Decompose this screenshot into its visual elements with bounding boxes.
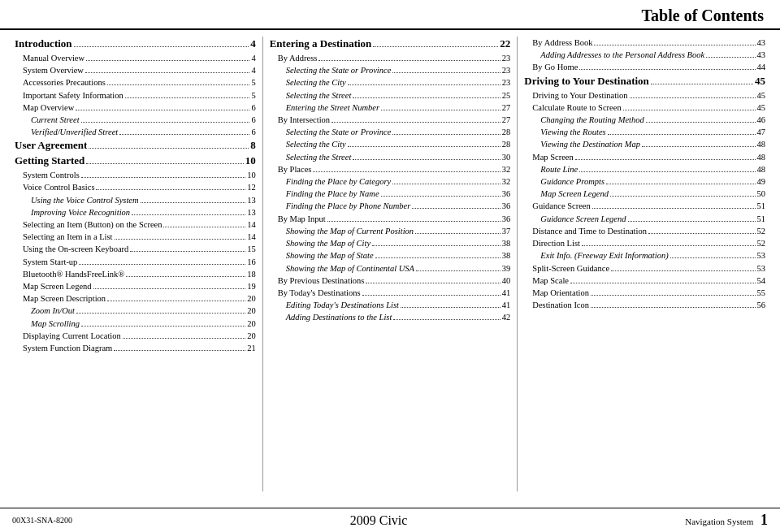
toc-line: Verified/Unverified Street6 <box>15 126 256 138</box>
toc-entry-text: System Overview <box>23 64 84 76</box>
toc-page-num: 43 <box>757 37 766 49</box>
toc-page-num: 28 <box>502 138 511 150</box>
toc-page-num: 43 <box>757 49 766 61</box>
toc-page-num: 47 <box>757 126 766 138</box>
toc-page-num: 48 <box>757 151 766 163</box>
toc-line: Showing the Map of Current Position37 <box>270 225 511 237</box>
toc-line: Map Screen Description20 <box>15 292 256 305</box>
toc-line: Using the On-screen Keyboard15 <box>15 243 256 255</box>
toc-line: Selecting an Item in a List14 <box>15 231 256 243</box>
toc-page-num: 41 <box>502 287 511 299</box>
toc-entry-text: Entering the Street Number <box>286 102 379 114</box>
toc-dots <box>630 91 756 98</box>
toc-entry-text: By Map Input <box>278 213 326 225</box>
toc-page-num: 6 <box>251 102 255 114</box>
toc-page-num: 13 <box>247 194 256 206</box>
toc-dots <box>119 128 249 135</box>
toc-page-num: 48 <box>757 163 766 175</box>
toc-entry-text: Guidance Screen Legend <box>540 213 626 225</box>
toc-entry-text: Distance and Time to Destination <box>532 225 647 237</box>
toc-dots <box>318 54 500 61</box>
toc-entry-text: Bluetooth® HandsFreeLink® <box>23 268 124 280</box>
toc-page-num: 28 <box>502 126 511 138</box>
toc-page-num: 39 <box>502 262 511 275</box>
toc-entry-text: Selecting an Item (Button) on the Screen <box>23 218 162 231</box>
toc-dots <box>591 288 755 296</box>
page-container: Table of Contents Introduction4Manual Ov… <box>0 0 780 532</box>
toc-line: Voice Control Basics12 <box>15 181 256 193</box>
toc-dots <box>706 50 755 58</box>
toc-dots <box>81 319 245 327</box>
toc-entry-text: Map Screen Description <box>23 292 106 305</box>
toc-line: Finding the Place by Name36 <box>270 188 511 200</box>
toc-entry-text: Using the On-screen Keyboard <box>23 243 128 255</box>
toc-dots <box>126 270 245 277</box>
toc-page-num: 53 <box>757 262 766 275</box>
toc-page-num: 48 <box>757 138 766 150</box>
toc-page-num: 20 <box>247 330 256 342</box>
toc-line: Accessories Precautions5 <box>15 76 256 89</box>
toc-page-num: 36 <box>502 200 511 212</box>
toc-dots <box>115 232 246 240</box>
toc-dots <box>415 227 500 234</box>
toc-line: Selecting the State or Province28 <box>270 126 511 138</box>
toc-page-num: 38 <box>502 237 511 249</box>
toc-entry-text: By Places <box>278 163 312 175</box>
toc-line: Guidance Prompts49 <box>524 175 765 188</box>
toc-dots <box>670 251 756 258</box>
toc-line: Distance and Time to Destination52 <box>524 225 765 237</box>
toc-page-num: 44 <box>757 61 766 73</box>
toc-entry-text: Displaying Current Location <box>23 330 121 342</box>
toc-line: Getting Started10 <box>15 154 256 169</box>
toc-entry-text: Viewing the Routes <box>540 126 605 138</box>
toc-page-num: 32 <box>502 163 511 175</box>
toc-dots <box>591 301 755 308</box>
toc-page-num: 5 <box>251 89 255 102</box>
toc-line: Adding Destinations to the List42 <box>270 311 511 323</box>
toc-entry-text: By Go Home <box>532 61 578 73</box>
toc-line: System Start-up16 <box>15 256 256 268</box>
toc-entry-text: Changing the Routing Method <box>540 114 644 126</box>
toc-line: Editing Today's Destinations List41 <box>270 299 511 311</box>
toc-line: Selecting the City23 <box>270 76 511 89</box>
toc-page-num: 20 <box>247 305 256 317</box>
toc-line: Showing the Map of City38 <box>270 237 511 249</box>
toc-dots <box>412 201 500 209</box>
toc-dots <box>96 183 245 190</box>
toc-entry-text: Map Screen Legend <box>23 280 92 292</box>
toc-page-num: 10 <box>245 154 256 169</box>
toc-line: Map Screen48 <box>524 151 765 163</box>
toc-dots <box>592 201 756 209</box>
toc-line: Viewing the Routes47 <box>524 126 765 138</box>
toc-entry-text: By Previous Destinations <box>278 275 365 287</box>
toc-dots <box>381 189 500 197</box>
toc-page-num: 41 <box>502 299 511 311</box>
toc-page-num: 23 <box>502 52 511 64</box>
toc-line: Selecting the Street25 <box>270 89 511 102</box>
toc-page-num: 38 <box>502 249 511 262</box>
toc-page-num: 53 <box>757 249 766 262</box>
toc-line: User Agreement8 <box>15 138 256 154</box>
toc-entry-text: Selecting the Street <box>286 151 352 163</box>
toc-page-num: 21 <box>247 342 256 354</box>
toc-page-num: 36 <box>502 213 511 225</box>
toc-line: Destination Icon56 <box>524 299 765 311</box>
page-title: Table of Contents <box>642 6 764 24</box>
toc-entry-text: Using the Voice Control System <box>31 194 139 206</box>
toc-entry-text: Introduction <box>15 37 72 52</box>
toc-line: Showing the Map of State38 <box>270 249 511 262</box>
toc-dots <box>107 294 245 301</box>
toc-line: Calculate Route to Screen45 <box>524 102 765 114</box>
toc-page-num: 22 <box>500 37 510 52</box>
toc-entry-text: Showing the Map of Continental USA <box>286 262 414 275</box>
toc-page-num: 14 <box>247 231 256 243</box>
toc-line: By Intersection27 <box>270 114 511 126</box>
toc-dots <box>648 227 756 234</box>
toc-entry-text: Selecting the State or Province <box>286 126 392 138</box>
toc-line: Split-Screen Guidance53 <box>524 262 765 275</box>
toc-line: Selecting an Item (Button) on the Screen… <box>15 218 256 231</box>
toc-line: Zoom In/Out20 <box>15 305 256 317</box>
toc-entry-text: Editing Today's Destinations List <box>286 299 399 311</box>
toc-dots <box>372 239 500 246</box>
toc-page-num: 13 <box>247 206 256 218</box>
